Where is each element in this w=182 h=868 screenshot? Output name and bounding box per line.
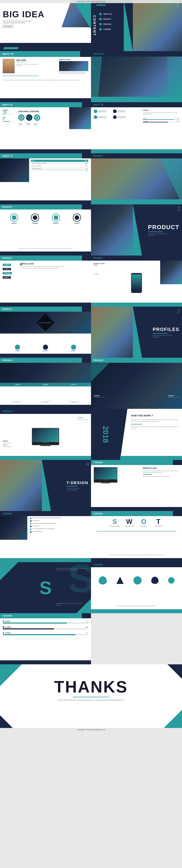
tmon-wc-title: WORLD-CLASS: [143, 467, 179, 469]
phow-icon-2: CHANNEL: [43, 345, 48, 351]
icon-circle-3: [94, 115, 97, 119]
pml-1-desc: Lorem ipsum dolor sit amet: [78, 419, 88, 420]
slide-1-cover: BIG IDEA China and the United States sho…: [0, 0, 91, 51]
tlist-text-2: WILL IMPACT 10: [32, 520, 40, 522]
tmon-neck: [102, 479, 109, 480]
icons-right-desc: Lorem ipsum dolor sit amet consectetur a…: [143, 112, 179, 115]
slide-15-profiles-city: PROFILES HONEST CHANNEL INFINITY Lorem i…: [0, 358, 91, 409]
table-row-1: There 1 cup things in box cases 108: [31, 162, 88, 164]
year-right: HOW THIS WORK ? Lorem ipsum dolor sit am…: [131, 414, 179, 429]
tcover-title-area: T-DESIGN Lorem ipsum dolor sit amet cons…: [66, 480, 88, 491]
pfeatures-triangle: [20, 262, 23, 265]
year-how-title: HOW THIS WORK ?: [131, 414, 179, 417]
concern-icon-1: [18, 114, 25, 121]
wc-desc: A Strong-Willed And The One Who Dare To …: [59, 72, 88, 74]
icon-circle-2: [113, 110, 117, 113]
tag-honest: HONEST: [3, 264, 11, 266]
tmon-device: [94, 467, 117, 483]
slide-23-swot-s: S S Lorem ipsum dolor sit amet consectet…: [0, 562, 91, 613]
pml-2: HONEST: [3, 440, 11, 442]
pcircles-desc: Lorem ipsum dolor sit amet consectetur a…: [3, 248, 88, 249]
slide-3-about-intro: ABOUT US WELCOME Mark Dionel HR Setzer B…: [0, 51, 91, 102]
product-section-top: PRODUCT: [91, 153, 182, 158]
pcity-label-3: INFINITY: [71, 384, 76, 385]
about-top-bar: ABOUT US: [0, 51, 91, 57]
pcity-label-1: HONEST: [15, 384, 20, 385]
icon-circle-4: [113, 115, 117, 119]
pcircle-2: CHANNEL: [31, 214, 39, 224]
tag-channel: CHANNEL: [3, 272, 12, 274]
table-col1: ITEM: [32, 160, 35, 161]
cover-title: BIG IDEA: [3, 10, 44, 19]
menu-label-2: PRODUCT: [103, 18, 111, 20]
cs-3: THANKS 60%: [33, 123, 38, 125]
pphone-wc: WORLD-CLASS: [94, 263, 104, 265]
table-row-1-text: There 1 cup things in box cases: [32, 163, 46, 164]
about-section-bottom: [91, 97, 182, 102]
pcircle-1: HONEST: [10, 214, 18, 224]
concern-stats: INFINITY 85% CHANNEL 70% THANKS 60%: [18, 123, 40, 125]
pcircle-3-inner: [54, 215, 58, 220]
menu-item-product: PRODUCT: [99, 18, 112, 20]
slide-24-tdesign-map: T-DESIGN Lorem ipsum dolor sit amet cons…: [91, 562, 182, 613]
tmon-monitor: [94, 467, 117, 484]
gear-2: [28, 116, 31, 120]
swot-w-letter: W: [122, 518, 136, 526]
tag-infinity: INFINITY: [3, 276, 11, 279]
tlist-item-6: HOLIDAY DRINKING: [30, 531, 89, 533]
pcircle-4: THANKS: [73, 214, 81, 224]
tcover-photo: [0, 460, 42, 511]
icon-text-4: Lorem ipsum textdescription here: [118, 116, 126, 118]
pmonitor-base: [40, 445, 51, 446]
phow-icon-2-circle: [43, 345, 48, 350]
pphone-wc-title: WORLD-CLASS: [94, 263, 104, 265]
icons-grid: Lorem ipsum textdescription here Lorem i…: [94, 110, 130, 119]
animal-5: [168, 577, 175, 584]
tbar-2-label: CHANNEL: [5, 626, 11, 628]
slide-26-thanks-placeholder: [91, 613, 182, 664]
pmonitor-mockup: [32, 428, 59, 446]
tbar-3: THANKS 85%: [3, 632, 88, 635]
tbar-2-header: CHANNEL 60%: [3, 626, 88, 628]
pcity-desc-3: Lorem ipsum dolor sit amet consectetur: [67, 401, 81, 403]
table-header: ABOUT US: [2, 155, 12, 157]
stat-bar-1-bg: [143, 119, 179, 120]
phow-header: PRODUCT: [2, 308, 12, 310]
stats-header: ABOUT US: [2, 104, 12, 106]
pdark-label-1-desc: Lorem ipsum dolor sit amet: [94, 397, 104, 398]
tlist-text-4: ONLY TIME IN: [32, 526, 39, 527]
pdark-label-1-text: HONEST: [94, 395, 104, 397]
pdark-header: PROFILES: [93, 359, 103, 361]
phow-title: HOW THIS WORK ?: [39, 322, 53, 323]
thanks-title: THANKS: [54, 679, 128, 695]
tbar-1-fill: [3, 622, 67, 624]
tbar-3-dot: [3, 632, 4, 633]
thanks-bl: [0, 715, 13, 728]
pcity-desc-2: Lorem ipsum dolor sit amet consectetur: [38, 401, 53, 403]
pcover-desc: Lorem ipsum dolor sit amet consectetur a…: [148, 233, 170, 236]
phow-icon-1-label: HONEST: [15, 350, 20, 351]
tbars-top-right: [82, 613, 91, 618]
pfeatures-header: PRODUCT: [2, 257, 12, 259]
tmon-accent: [143, 474, 152, 475]
table-total: 241: [31, 170, 88, 172]
section-overlay-right: [168, 57, 182, 97]
about-worldclass: WORLD-CLASS A Strong-Willed And The One …: [59, 59, 88, 74]
stat-size: SIZE 8: [3, 117, 13, 122]
pdark-photo: [91, 363, 182, 409]
tlist-item-5: AT THE WESTERN ARRIVE OF THE BUSINESS: [30, 528, 89, 530]
pphone-bottom: [91, 303, 182, 307]
slide-7-about-table: ABOUT US ITEM NUM There 1 cup things in …: [0, 153, 91, 205]
menu-item-profiles: PROFILES: [99, 23, 112, 26]
slide-25-tdesign-bars: T-DESIGN HONEST 75% CHANNEL 60%: [0, 613, 91, 664]
pmonitor-bottom: [0, 456, 91, 460]
swot-s-desc: Lorem ipsum dolor sit amet consectetur a…: [56, 567, 88, 571]
about-section-top: ABOUT US: [91, 51, 182, 57]
pcircle-2-inner: [33, 215, 37, 220]
tlist-header: T-DESIGN: [2, 513, 12, 515]
pcircle-4-label: THANKS: [73, 223, 81, 224]
slide-21-tdesign-list: T-DESIGN LONG ISLAND AND THE NEW YORK ST…: [0, 511, 91, 562]
wc-title: WORLD-CLASS: [59, 59, 88, 60]
product-section-label: PRODUCT: [93, 155, 103, 157]
table-top-right: [82, 153, 91, 158]
